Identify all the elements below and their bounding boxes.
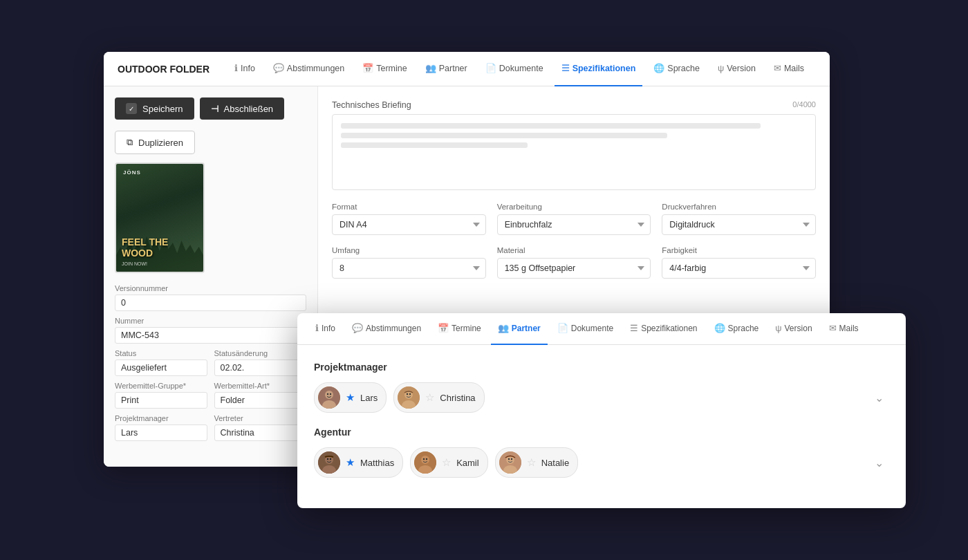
briefing-header: Technisches Briefing 0/4000 — [332, 100, 816, 110]
agentur-expand[interactable]: ⌄ — [869, 454, 889, 472]
brand-label: JÖNS — [123, 169, 141, 176]
avatar-natalie — [499, 451, 521, 474]
status-change-value: 02.02. — [214, 360, 307, 376]
tab-mails[interactable]: ✉ Mails — [767, 52, 811, 86]
farbigkeit-select[interactable]: 4/4-farbig — [662, 258, 816, 279]
svg-point-18 — [423, 458, 425, 460]
status-value: Ausgeliefert — [115, 360, 207, 376]
partner-chip-matthias[interactable]: ★ Matthias — [314, 447, 403, 478]
info-icon: ℹ — [315, 323, 319, 333]
version-value: 0 — [115, 295, 306, 311]
vertreter-col: Vertreter — [214, 414, 307, 447]
product-text-line2: WOOD — [122, 248, 153, 259]
avatar-christina — [398, 386, 420, 409]
fields-grid-top: Format DIN A4 Verarbeitung Einbruchfalz … — [332, 203, 816, 235]
version-label: Versionnummer — [115, 284, 306, 292]
verarbeitung-label: Verarbeitung — [497, 203, 651, 211]
verarbeitung-select[interactable]: Einbruchfalz — [497, 214, 651, 235]
overlay-tab-dokumente[interactable]: 📄 Dokumente — [550, 313, 620, 345]
app-title: OUTDOOR FOLDER — [118, 64, 210, 75]
overlay-tab-info[interactable]: ℹ Info — [308, 313, 342, 345]
projektmanager-title: Projektmanager — [314, 362, 889, 373]
close-button[interactable]: ⊣ Abschließen — [200, 97, 285, 120]
mail-icon: ✉ — [829, 323, 837, 333]
svg-point-19 — [426, 458, 427, 460]
partner-chip-lars[interactable]: ★ Lars — [314, 382, 387, 413]
partner-chip-christina[interactable]: ☆ Christina — [393, 382, 484, 413]
farbigkeit-label: Farbigkeit — [662, 246, 816, 254]
projektmanager-expand[interactable]: ⌄ — [869, 389, 889, 407]
fields-grid-bottom: Umfang 8 Material 135 g Offsetpapier Far… — [332, 246, 816, 279]
overlay-tab-partner[interactable]: 👥 Partner — [491, 313, 548, 345]
star-filled-matthias: ★ — [346, 456, 355, 469]
svg-point-13 — [327, 458, 328, 460]
star-empty-kamil: ☆ — [442, 456, 451, 469]
version-icon: ψ — [718, 63, 724, 73]
status-change-col: Statusänderung 02.02. — [214, 349, 307, 382]
agentur-title: Agentur — [314, 427, 889, 438]
number-label: Nummer — [115, 317, 306, 325]
verarbeitung-field: Verarbeitung Einbruchfalz — [497, 203, 651, 235]
save-button[interactable]: ✓ Speichern — [115, 97, 194, 120]
umfang-select[interactable]: 8 — [332, 258, 486, 279]
chat-icon: 💬 — [352, 323, 363, 333]
overlay-tab-termine[interactable]: 📅 Termine — [431, 313, 488, 345]
calendar-icon: 📅 — [438, 323, 449, 333]
tab-dokumente[interactable]: 📄 Dokumente — [478, 52, 550, 86]
overlay-tab-spezifikationen[interactable]: ☰ Spezifikationen — [623, 313, 704, 345]
overlay-tab-mails[interactable]: ✉ Mails — [822, 313, 866, 345]
tab-termine[interactable]: 📅 Termine — [355, 52, 413, 86]
vertreter-input[interactable] — [214, 424, 307, 441]
doc-icon: 📄 — [557, 323, 568, 333]
main-nav: OUTDOOR FOLDER ℹ Info 💬 Abstimmungen 📅 T… — [104, 52, 830, 86]
sidebar: ✓ Speichern ⊣ Abschließen ⧉ Duplizieren — [104, 86, 318, 467]
pm-select[interactable]: Lars — [115, 424, 207, 441]
art-value: Folder — [214, 392, 307, 409]
partner-chip-kamil[interactable]: ☆ Kamil — [410, 447, 488, 478]
briefing-area[interactable] — [332, 114, 816, 190]
tab-info[interactable]: ℹ Info — [227, 52, 262, 86]
projektmanager-row: ★ Lars — [314, 382, 889, 413]
umfang-label: Umfang — [332, 246, 486, 254]
duplicate-button[interactable]: ⧉ Duplizieren — [115, 131, 195, 154]
overlay-body: Projektmanager ★ — [297, 345, 906, 508]
star-empty-natalie: ☆ — [527, 456, 536, 469]
svg-point-8 — [407, 393, 408, 395]
svg-point-4 — [330, 393, 331, 395]
format-field: Format DIN A4 — [332, 203, 486, 235]
globe-icon: 🌐 — [653, 63, 664, 73]
tab-partner[interactable]: 👥 Partner — [418, 52, 474, 86]
partner-chip-natalie[interactable]: ☆ Natalie — [495, 447, 578, 478]
people-icon: 👥 — [425, 63, 436, 73]
partner-name-lars: Lars — [360, 393, 378, 403]
check-icon: ✓ — [126, 103, 137, 114]
close-bracket-icon: ⊣ — [211, 104, 218, 114]
chat-icon: 💬 — [273, 63, 284, 73]
format-label: Format — [332, 203, 486, 211]
group-col: Werbemittel-Gruppe* Print — [115, 382, 207, 414]
material-label: Material — [497, 246, 651, 254]
vertreter-label: Vertreter — [214, 414, 307, 422]
svg-point-14 — [330, 458, 331, 460]
star-empty-christina: ☆ — [425, 391, 434, 404]
druckverfahren-select[interactable]: Digitaldruck — [662, 214, 816, 235]
svg-point-9 — [409, 393, 411, 395]
pm-col: Projektmanager Lars — [115, 414, 207, 447]
overlay-tab-abstimmungen[interactable]: 💬 Abstimmungen — [345, 313, 428, 345]
druckverfahren-label: Druckverfahren — [662, 203, 816, 211]
tab-abstimmungen[interactable]: 💬 Abstimmungen — [266, 52, 351, 86]
druckverfahren-field: Druckverfahren Digitaldruck — [662, 203, 816, 235]
product-sub: JOIN NOW! — [122, 261, 147, 266]
group-label: Werbemittel-Gruppe* — [115, 382, 207, 390]
tab-spezifikationen[interactable]: ☰ Spezifikationen — [555, 52, 643, 86]
overlay-tab-sprache[interactable]: 🌐 Sprache — [707, 313, 766, 345]
farbigkeit-field: Farbigkeit 4/4-farbig — [662, 246, 816, 279]
overlay-tab-version[interactable]: ψ Version — [768, 313, 819, 345]
status-change-label: Statusänderung — [214, 349, 307, 357]
material-select[interactable]: 135 g Offsetpapier — [497, 258, 651, 279]
overlay-card: ℹ Info 💬 Abstimmungen 📅 Termine 👥 Partne… — [297, 313, 906, 508]
tab-version[interactable]: ψ Version — [711, 52, 763, 86]
format-select[interactable]: DIN A4 — [332, 214, 486, 235]
tab-sprache[interactable]: 🌐 Sprache — [646, 52, 707, 86]
doc-icon: 📄 — [485, 63, 496, 73]
